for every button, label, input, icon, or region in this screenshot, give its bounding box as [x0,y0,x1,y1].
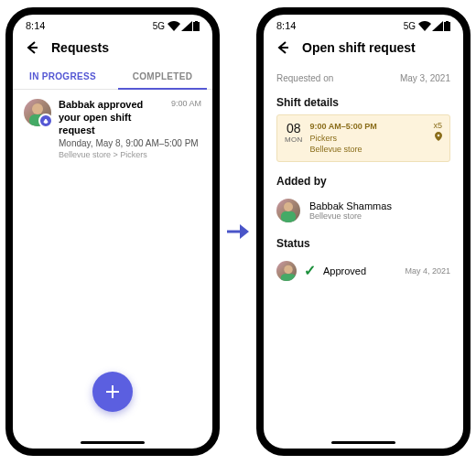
avatar [276,199,300,222]
status-label: Status [264,228,463,255]
svg-point-9 [284,265,292,274]
shift-badge-icon [38,114,53,128]
plus-icon [104,384,121,400]
svg-rect-0 [193,22,200,31]
network-label: 5G [404,21,416,31]
status-bar: 8:14 5G [264,15,463,33]
status-date: May 4, 2021 [405,266,450,276]
home-indicator [81,441,145,444]
wifi-icon [418,21,431,31]
clock: 8:14 [26,20,45,31]
requested-on-date: May 3, 2021 [400,73,450,83]
svg-point-7 [284,202,293,211]
phone-requests: 8:14 5G Requests IN PROGRESS COMPLETED [5,7,220,456]
svg-rect-5 [444,22,450,31]
wifi-icon [168,21,180,31]
app-bar: Open shift request [264,33,463,64]
shift-group: Pickers [310,133,377,145]
back-icon[interactable] [24,40,38,55]
network-label: 5G [153,21,165,31]
added-by-name: Babbak Shammas [309,200,392,211]
home-indicator [331,441,395,444]
status-text: Approved [323,265,397,276]
app-bar: Requests [13,33,212,64]
svg-rect-6 [446,21,449,22]
shift-day-number: 08 [285,121,303,135]
phone-detail: 8:14 5G Open shift request Requested on … [256,7,471,456]
page-title: Open shift request [302,40,416,55]
signal-icon [432,21,443,31]
avatar [276,261,297,281]
battery-icon [444,21,450,31]
shift-count: x5 [433,121,442,130]
svg-point-2 [32,103,43,114]
page-title: Requests [51,40,109,55]
added-by-row[interactable]: Babbak Shammas Bellevue store [264,193,463,228]
add-button[interactable] [92,372,133,412]
shift-store: Bellevue store [310,144,377,156]
shift-card[interactable]: 08 MON 9:00 AM–5:00 PM Pickers Bellevue … [276,114,450,162]
shift-details-label: Shift details [264,87,463,114]
signal-icon [181,21,192,31]
check-icon: ✓ [304,262,316,279]
added-by-store: Bellevue store [309,211,392,221]
svg-rect-10 [281,274,297,281]
request-location: Bellevue store > Pickers [59,150,201,159]
svg-rect-8 [281,211,296,222]
back-icon[interactable] [275,40,289,55]
request-item[interactable]: Babbak approved your open shift request … [24,99,201,159]
flow-arrow-icon [225,222,251,241]
shift-day-of-week: MON [285,135,303,144]
shift-time: 9:00 AM–5:00 PM [310,121,377,133]
request-subtitle: Monday, May 8, 9:00 AM–5:00 PM [59,138,201,148]
clock: 8:14 [276,20,296,31]
tabs: IN PROGRESS COMPLETED [13,64,212,90]
added-by-label: Added by [264,166,463,193]
request-title: Babbak approved your open shift request [59,99,166,136]
tab-completed[interactable]: COMPLETED [113,64,212,89]
status-row: ✓ Approved May 4, 2021 [264,255,463,287]
requested-on-label: Requested on [276,73,333,83]
request-time: 9:00 AM [171,99,201,136]
status-bar: 8:14 5G [13,15,212,33]
tab-in-progress[interactable]: IN PROGRESS [13,64,113,89]
location-pin-icon [433,132,442,143]
svg-rect-1 [195,21,198,22]
battery-icon [193,21,200,31]
